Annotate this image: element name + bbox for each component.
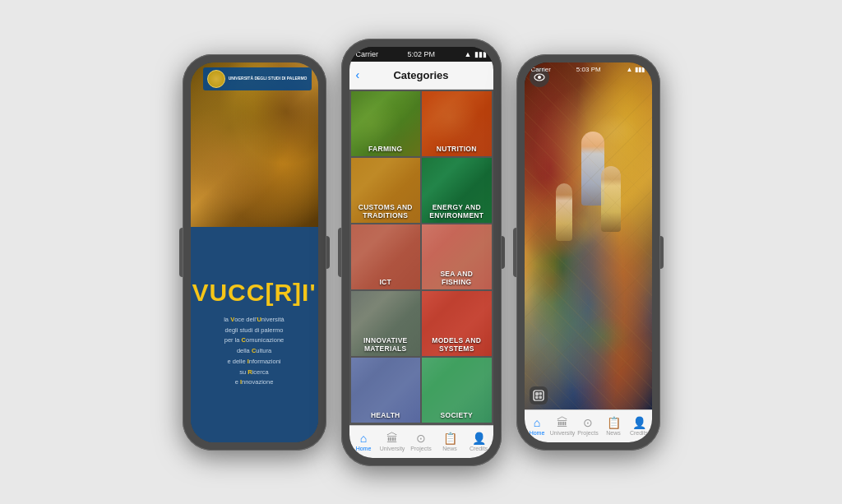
phones-container: UNIVERSITÀ DEGLI STUDI DI PALERMO VUCC[R… — [166, 22, 677, 483]
image-projects-icon: ⊙ — [583, 416, 593, 429]
projects-tab-label: Projects — [410, 446, 431, 451]
image-battery-icon: ▮▮▮ — [635, 66, 645, 73]
categories-title: Categories — [393, 69, 448, 81]
phone-image-screen: Carrier 5:03 PM ▲ ▮▮▮ — [525, 62, 652, 442]
app-title: VUCC[R]I' — [192, 280, 316, 305]
highlight-u: U — [257, 316, 261, 323]
news-icon: 📋 — [443, 432, 457, 445]
university-icon: 🏛 — [386, 432, 398, 445]
projects-icon: ⊙ — [416, 432, 426, 445]
phone-splash: UNIVERSITÀ DEGLI STUDI DI PALERMO VUCC[R… — [183, 54, 326, 451]
image-status-bar: Carrier 5:03 PM ▲ ▮▮▮ — [525, 62, 652, 77]
tab-bar: ⌂ Home 🏛 University ⊙ Projects 📋 News — [349, 425, 493, 458]
image-university-tab-label: University — [550, 430, 576, 436]
credits-tab-label: Credits — [470, 446, 488, 451]
splash-bottom: VUCC[R]I' la Voce dell'Università degli … — [191, 227, 318, 442]
highlight-r: R — [248, 368, 252, 376]
carrier-label: Carrier — [356, 50, 379, 58]
university-tab-label: University — [380, 446, 405, 451]
university-name: UNIVERSITÀ DEGLI STUDI DI PALERMO — [229, 76, 308, 81]
sea-label: SEA AND FISHING — [422, 266, 492, 289]
paint-stroke-4 — [569, 201, 602, 246]
phone-categories: Carrier 5:02 PM ▲ ▮▮▮ ‹ Categories — [341, 39, 502, 466]
category-farming[interactable]: FARMING — [351, 91, 421, 156]
categories-header: ‹ Categories — [349, 62, 493, 90]
phone-image: Carrier 5:03 PM ▲ ▮▮▮ — [516, 54, 660, 451]
farming-label: FARMING — [366, 141, 405, 156]
artwork-display: Carrier 5:03 PM ▲ ▮▮▮ — [525, 62, 652, 409]
image-tab-projects[interactable]: ⊙ Projects — [576, 410, 601, 442]
image-credits-icon: 👤 — [632, 416, 646, 429]
gallery-icon — [533, 390, 544, 401]
battery-icon: ▮▮▮ — [474, 50, 487, 58]
tab-projects[interactable]: ⊙ Projects — [407, 426, 436, 458]
health-label: HEALTH — [368, 408, 403, 423]
status-icons: ▲ ▮▮▮ — [465, 50, 487, 58]
home-tab-label: Home — [356, 446, 372, 451]
image-tab-credits[interactable]: 👤 Credits — [627, 410, 652, 442]
back-button[interactable]: ‹ — [356, 68, 360, 81]
news-tab-label: News — [442, 446, 457, 451]
svg-rect-3 — [535, 392, 539, 395]
image-credits-tab-label: Credits — [630, 430, 648, 436]
highlight-v: V — [230, 316, 234, 323]
painting-figure-1 — [581, 132, 604, 206]
home-icon: ⌂ — [360, 432, 367, 445]
image-home-icon: ⌂ — [534, 416, 540, 429]
category-customs[interactable]: CUSTOMS ANDTRADITIONS — [351, 158, 421, 223]
category-nutrition[interactable]: NUTRITION — [422, 91, 492, 156]
painting-figure-3 — [556, 183, 572, 241]
image-tab-news[interactable]: 📋 News — [601, 410, 627, 442]
highlight-c2: C — [252, 347, 256, 354]
image-tab-bar: ⌂ Home 🏛 University ⊙ Projects 📋 News — [525, 409, 652, 442]
university-seal-icon — [207, 70, 225, 88]
image-status-icons: ▲ ▮▮▮ — [627, 66, 645, 73]
categories-grid: FARMING NUTRITION CUSTOMS ANDTRADITIONS — [349, 90, 493, 425]
image-news-tab-label: News — [606, 430, 621, 436]
society-label: SOCIETY — [438, 408, 475, 423]
painting-figure-2 — [601, 166, 621, 232]
innovative-label: INNOVATIVEMATERIALS — [361, 333, 410, 356]
app-subtitle: la Voce dell'Università degli studi di p… — [224, 315, 285, 388]
credits-icon: 👤 — [472, 432, 486, 445]
tab-university[interactable]: 🏛 University — [378, 426, 407, 458]
svg-rect-6 — [539, 395, 542, 399]
image-carrier-label: Carrier — [531, 66, 551, 73]
highlight-i2: I — [240, 378, 242, 386]
tab-home[interactable]: ⌂ Home — [349, 426, 378, 458]
highlight-c1: C — [242, 336, 246, 344]
category-health[interactable]: HEALTH — [351, 358, 421, 423]
svg-rect-2 — [534, 391, 544, 400]
gallery-button[interactable] — [530, 386, 548, 405]
image-screen: Carrier 5:03 PM ▲ ▮▮▮ — [525, 62, 652, 442]
status-time: 5:02 PM — [408, 50, 436, 58]
image-university-icon: 🏛 — [557, 416, 568, 429]
paint-stroke-1 — [590, 114, 639, 147]
phone-categories-screen: Carrier 5:02 PM ▲ ▮▮▮ ‹ Categories — [349, 47, 493, 458]
image-tab-home[interactable]: ⌂ Home — [525, 410, 550, 442]
category-innovative[interactable]: INNOVATIVEMATERIALS — [351, 291, 421, 356]
category-society[interactable]: SOCIETY — [422, 358, 492, 423]
splash-logo-area: UNIVERSITÀ DEGLI STUDI DI PALERMO — [203, 67, 312, 90]
svg-rect-4 — [539, 392, 542, 395]
nutrition-label: NUTRITION — [434, 141, 479, 156]
tab-news[interactable]: 📋 News — [436, 426, 465, 458]
category-sea[interactable]: SEA AND FISHING — [422, 224, 492, 289]
category-energy[interactable]: ENERGY ANDENVIRONMENT — [422, 158, 492, 223]
image-tab-university[interactable]: 🏛 University — [550, 410, 576, 442]
category-models[interactable]: MODELS ANDSYSTEMS — [422, 291, 492, 356]
ict-label: ICT — [377, 275, 394, 289]
tab-credits[interactable]: 👤 Credits — [465, 426, 493, 458]
paint-stroke-3 — [575, 316, 632, 357]
paint-stroke-2 — [530, 256, 571, 305]
customs-label: CUSTOMS ANDTRADITIONS — [356, 200, 415, 223]
category-ict[interactable]: ICT — [351, 224, 421, 289]
phone-splash-screen: UNIVERSITÀ DEGLI STUDI DI PALERMO VUCC[R… — [191, 62, 318, 442]
image-status-time: 5:03 PM — [576, 66, 601, 73]
splash-artwork: UNIVERSITÀ DEGLI STUDI DI PALERMO — [191, 62, 318, 227]
image-projects-tab-label: Projects — [577, 430, 598, 436]
categories-screen: Carrier 5:02 PM ▲ ▮▮▮ ‹ Categories — [349, 47, 493, 458]
status-bar: Carrier 5:02 PM ▲ ▮▮▮ — [349, 47, 493, 62]
image-news-icon: 📋 — [607, 416, 621, 429]
image-home-tab-label: Home — [530, 430, 545, 436]
